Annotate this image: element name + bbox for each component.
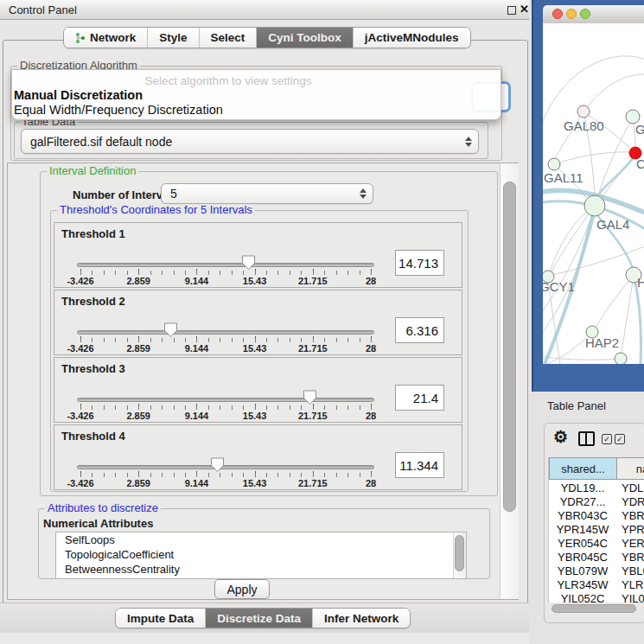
threshold-4-panel: Threshold 4 -3.426 2.859 9.144 15.43 21.… <box>54 424 462 490</box>
table-row[interactable]: YER054CYER05 <box>549 537 644 551</box>
popup-option-manual-discretization[interactable]: Manual Discretization <box>14 88 143 102</box>
apply-button[interactable]: Apply <box>214 579 270 599</box>
control-panel-tabs: Network Style Select Cyni Toolbox jActiv… <box>63 27 471 48</box>
threshold-1-value-field[interactable]: 14.713 <box>395 250 444 276</box>
threshold-1-slider-thumb[interactable] <box>241 255 256 271</box>
close-traffic-light[interactable] <box>552 9 563 19</box>
node-bottom[interactable] <box>615 353 627 364</box>
attributes-group-title: Attributes to discretize <box>45 502 161 513</box>
checkbox-icon-2[interactable]: ✓ <box>615 434 625 444</box>
network-nodes[interactable] <box>543 105 641 364</box>
stepper-arrows-icon <box>360 188 367 199</box>
slider-tick-labels: -3.426 2.859 9.144 15.43 21.715 28 <box>80 276 371 286</box>
threshold-4-slider-track[interactable] <box>77 465 374 469</box>
vertical-scrollbar-thumb[interactable] <box>503 182 516 512</box>
label-ga-partial: GA <box>635 122 644 137</box>
threshold-1-label: Threshold 1 <box>61 227 125 240</box>
algorithm-dropdown-popup: Select algorithm to view settings Manual… <box>11 69 501 120</box>
stepper-arrows-icon <box>465 137 472 147</box>
table-row[interactable]: YBR045CYBR04 <box>549 551 644 564</box>
network-icon <box>75 33 86 43</box>
threshold-2-value-field[interactable]: 6.316 <box>395 317 444 343</box>
tab-impute-data[interactable]: Impute Data <box>116 609 205 628</box>
label-gal4: GAL4 <box>596 217 629 232</box>
numerical-attributes-list[interactable]: SelfLoops TopologicalCoefficient Between… <box>55 532 467 579</box>
network-window-titlebar[interactable] <box>543 5 644 24</box>
threshold-3-value-field[interactable]: 21.4 <box>395 385 444 411</box>
label-h-partial: H <box>637 275 644 290</box>
threshold-3-slider-thumb[interactable] <box>303 390 317 405</box>
tab-select[interactable]: Select <box>199 28 257 48</box>
threshold-1-slider-track[interactable] <box>77 263 374 267</box>
label-hap2: HAP2 <box>585 335 619 350</box>
tab-jactivemnodules[interactable]: jActiveMNodules <box>353 28 470 48</box>
bottom-filler <box>0 633 529 644</box>
list-item[interactable]: TopologicalCoefficient <box>56 547 466 562</box>
threshold-4-value-field[interactable]: 11.344 <box>395 452 444 478</box>
checkbox-icon-1[interactable]: ✓ <box>602 434 612 444</box>
app-root: GAL80 GA C GAL11 GAL4 GCY1 H HAP2 Table … <box>0 0 644 644</box>
table-row[interactable]: YIL052CYIL05 <box>549 592 644 603</box>
node-gal11[interactable] <box>548 158 560 170</box>
label-c-partial: C <box>636 156 644 171</box>
label-gcy1: GCY1 <box>543 279 575 294</box>
threshold-2-label: Threshold 2 <box>61 295 125 308</box>
table-data-combobox-value: galFiltered.sif default node <box>30 135 172 149</box>
table-row[interactable]: YBR043CYBR04 <box>549 509 644 523</box>
table-horizontal-scrollbar[interactable] <box>552 604 636 613</box>
node-gal4[interactable] <box>584 195 605 216</box>
control-panel-title: Control Panel <box>9 3 77 16</box>
tab-infer-network[interactable]: Infer Network <box>312 609 410 628</box>
cyni-mode-tabs: Impute Data Discretize Data Infer Networ… <box>115 608 411 628</box>
list-item[interactable]: BetweennessCentrality <box>56 562 466 577</box>
numerical-attributes-label: Numerical Attributes <box>43 517 153 530</box>
gear-icon[interactable]: ⚙ <box>553 427 568 447</box>
slider-minor-ticks <box>80 473 372 477</box>
tab-style[interactable]: Style <box>147 28 198 48</box>
network-canvas[interactable]: GAL80 GA C GAL11 GAL4 GCY1 H HAP2 <box>543 23 644 364</box>
zoom-traffic-light[interactable] <box>580 9 590 19</box>
tab-discretize-data[interactable]: Discretize Data <box>205 609 312 628</box>
threshold-3-panel: Threshold 3 -3.426 2.859 9.144 15.43 21.… <box>54 357 462 423</box>
slider-minor-ticks <box>80 271 372 275</box>
interval-definition-group-title: Interval Definition <box>47 165 138 176</box>
table-panel-title: Table Panel <box>547 399 606 412</box>
table-row[interactable]: YBL079WYBL07 <box>549 564 644 578</box>
table-row[interactable]: YLR345WYLR34 <box>549 578 644 592</box>
threshold-2-slider-track[interactable] <box>77 330 374 335</box>
table-data-combobox[interactable]: galFiltered.sif default node <box>21 129 479 154</box>
slider-minor-ticks <box>80 405 372 410</box>
list-scrollbar-thumb[interactable] <box>455 535 464 571</box>
float-window-icon[interactable] <box>507 6 516 15</box>
number-of-intervals-combobox[interactable]: 5 <box>161 183 373 204</box>
threshold-4-slider-thumb[interactable] <box>210 457 225 473</box>
slider-tick-labels: -3.426 2.859 9.144 15.43 21.715 28 <box>80 343 371 354</box>
column-header-name[interactable]: nam <box>617 457 644 480</box>
slider-tick-labels: -3.426 2.859 9.144 15.43 21.715 28 <box>80 478 371 488</box>
column-layout-icon[interactable] <box>578 431 595 446</box>
popup-option-equal-width-frequency[interactable]: Equal Width/Frequency Discretization <box>14 103 223 117</box>
control-panel-titlebar[interactable] <box>0 0 529 20</box>
threshold-3-slider-track[interactable] <box>77 398 374 402</box>
network-graph: GAL80 GA C GAL11 GAL4 GCY1 H HAP2 <box>543 23 644 364</box>
algorithm-popup-hint: Select algorithm to view settings <box>86 74 371 87</box>
list-item[interactable]: SelfLoops <box>56 532 466 547</box>
minimize-traffic-light[interactable] <box>566 9 577 19</box>
threshold-2-slider-thumb[interactable] <box>163 322 178 338</box>
column-header-shared-name[interactable]: shared... <box>549 457 617 480</box>
threshold-3-label: Threshold 3 <box>61 362 125 375</box>
tab-cyni-toolbox[interactable]: Cyni Toolbox <box>256 28 353 48</box>
node-table[interactable]: shared... nam YDL19...YDL19 YDR27...YDR2… <box>548 457 644 603</box>
table-row[interactable]: YDR27...YDR27 <box>549 495 644 509</box>
node-gal80[interactable] <box>577 105 590 118</box>
slider-tick-labels: -3.426 2.859 9.144 15.43 21.715 28 <box>80 411 371 421</box>
number-of-intervals-value: 5 <box>170 187 177 201</box>
table-row[interactable]: YPR145WYPR14 <box>549 523 644 537</box>
label-gal80: GAL80 <box>564 118 604 133</box>
label-gal11: GAL11 <box>544 170 583 185</box>
threshold-2-panel: Threshold 2 -3.426 2.859 9.144 15.43 21.… <box>54 290 462 355</box>
slider-minor-ticks <box>80 338 372 342</box>
tab-network[interactable]: Network <box>64 28 147 48</box>
table-row[interactable]: YDL19...YDL19 <box>549 481 644 495</box>
close-icon[interactable]: ✕ <box>520 3 529 16</box>
